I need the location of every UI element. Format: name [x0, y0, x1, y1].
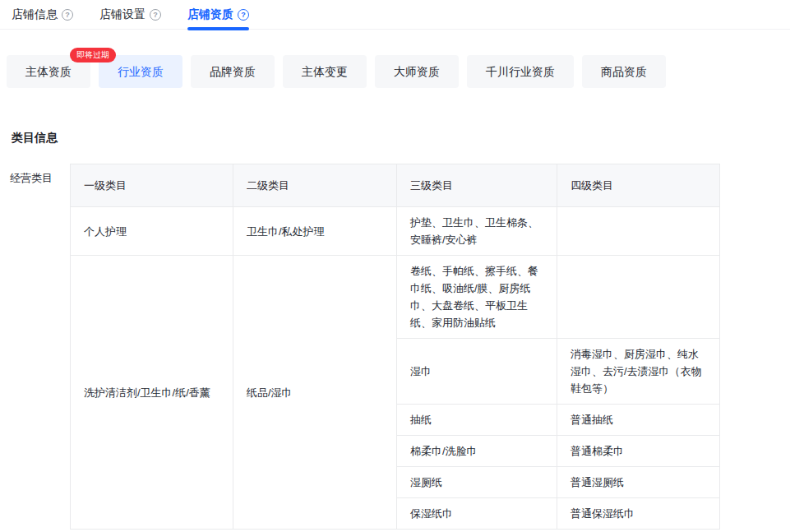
table-cell-level3: 湿巾 — [397, 339, 557, 405]
tab-shop-info[interactable]: 店铺信息 ? — [12, 7, 73, 30]
table-cell-level1: 洗护清洁剂/卫生巾/纸/香薰 — [71, 256, 233, 530]
table-cell-level4: 普通棉柔巾 — [557, 436, 720, 467]
tab-shop-settings-label: 店铺设置 — [99, 7, 146, 22]
tab-shop-qualification-label: 店铺资质 — [187, 7, 233, 22]
table-cell-level4: 消毒湿巾、厨房湿巾、纯水湿巾、去污/去渍湿巾（衣物鞋包等） — [557, 339, 720, 405]
table-cell-level2: 纸品/湿巾 — [233, 256, 397, 530]
column-header-level2: 二级类目 — [233, 164, 397, 207]
table-cell-level3: 棉柔巾/洗脸巾 — [397, 436, 557, 467]
section-title-category-info: 类目信息 — [12, 131, 790, 146]
subtab-subject-change[interactable]: 主体变更 — [283, 55, 367, 88]
table-cell-level2: 卫生巾/私处护理 — [233, 207, 397, 256]
subtab-subject-qualification-wrap: 即将过期 主体资质 — [7, 55, 90, 88]
column-header-level4: 四级类目 — [557, 164, 720, 207]
table-cell-level3: 保湿纸巾 — [397, 498, 557, 530]
qualification-subtabs: 即将过期 主体资质 行业资质 品牌资质 主体变更 大师资质 千川行业资质 商品资… — [0, 55, 790, 88]
business-category-row: 经营类目 一级类目 二级类目 三级类目 四级类目 个人护理 卫生巾/私处护理 护… — [0, 164, 790, 530]
table-cell-level4 — [557, 256, 720, 339]
field-label-business-category: 经营类目 — [10, 164, 70, 186]
column-header-level1: 一级类目 — [71, 164, 233, 207]
column-header-level3: 三级类目 — [397, 164, 557, 207]
table-cell-level3: 抽纸 — [397, 405, 557, 436]
help-icon[interactable]: ? — [62, 9, 73, 21]
table-cell-level4: 普通抽纸 — [557, 405, 720, 436]
help-icon[interactable]: ? — [150, 9, 161, 21]
category-table: 一级类目 二级类目 三级类目 四级类目 个人护理 卫生巾/私处护理 护垫、卫生巾… — [70, 164, 720, 530]
subtab-brand-qualification[interactable]: 品牌资质 — [191, 55, 275, 88]
subtab-product-qualification[interactable]: 商品资质 — [582, 55, 666, 88]
tab-shop-info-label: 店铺信息 — [12, 7, 58, 22]
table-cell-level3: 卷纸、手帕纸、擦手纸、餐巾纸、吸油纸/膜、厨房纸巾、大盘卷纸、平板卫生纸、家用防… — [397, 256, 557, 339]
table-cell-level4: 普通湿厕纸 — [557, 467, 720, 498]
tab-shop-qualification[interactable]: 店铺资质 ? — [187, 7, 249, 30]
help-icon[interactable]: ? — [238, 9, 249, 21]
tab-shop-settings[interactable]: 店铺设置 ? — [99, 7, 161, 30]
subtab-qianchuan-industry-qualification[interactable]: 千川行业资质 — [467, 55, 574, 88]
subtab-master-qualification[interactable]: 大师资质 — [375, 55, 459, 88]
table-cell-level4 — [557, 207, 720, 256]
table-cell-level4: 普通保湿纸巾 — [557, 498, 720, 530]
table-cell-level3: 护垫、卫生巾、卫生棉条、安睡裤/安心裤 — [397, 207, 557, 256]
table-row: 洗护清洁剂/卫生巾/纸/香薰 纸品/湿巾 卷纸、手帕纸、擦手纸、餐巾纸、吸油纸/… — [71, 256, 720, 339]
table-cell-level3: 湿厕纸 — [397, 467, 557, 498]
table-row: 个人护理 卫生巾/私处护理 护垫、卫生巾、卫生棉条、安睡裤/安心裤 — [71, 207, 720, 256]
top-nav: 店铺信息 ? 店铺设置 ? 店铺资质 ? — [0, 0, 790, 30]
expiry-badge: 即将过期 — [70, 48, 116, 62]
table-header-row: 一级类目 二级类目 三级类目 四级类目 — [71, 164, 720, 207]
table-cell-level1: 个人护理 — [71, 207, 233, 256]
